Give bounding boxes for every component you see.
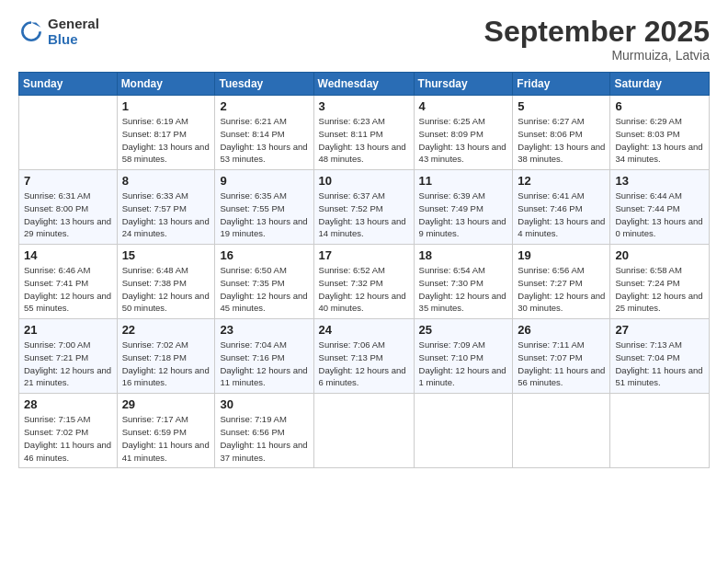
calendar-cell: 5Sunrise: 6:27 AMSunset: 8:06 PMDaylight…	[513, 96, 610, 170]
day-number: 9	[220, 174, 308, 188]
day-info: Sunrise: 7:13 AMSunset: 7:04 PMDaylight:…	[615, 339, 704, 389]
day-number: 28	[24, 397, 112, 411]
day-number: 1	[122, 99, 210, 113]
calendar-week-5: 28Sunrise: 7:15 AMSunset: 7:02 PMDayligh…	[19, 394, 710, 468]
day-number: 6	[615, 99, 704, 113]
header: General Blue September 2025 Murmuiza, La…	[18, 17, 710, 63]
day-number: 13	[615, 174, 704, 188]
day-info: Sunrise: 6:35 AMSunset: 7:55 PMDaylight:…	[220, 190, 308, 240]
day-info: Sunrise: 6:25 AMSunset: 8:09 PMDaylight:…	[419, 115, 508, 166]
day-number: 10	[319, 174, 409, 188]
calendar-cell: 6Sunrise: 6:29 AMSunset: 8:03 PMDaylight…	[610, 96, 710, 170]
day-info: Sunrise: 6:19 AMSunset: 8:17 PMDaylight:…	[122, 115, 210, 166]
day-info: Sunrise: 7:15 AMSunset: 7:02 PMDaylight:…	[24, 413, 112, 464]
calendar-cell	[313, 394, 414, 468]
day-number: 29	[122, 397, 210, 411]
day-number: 12	[518, 174, 605, 188]
day-info: Sunrise: 7:17 AMSunset: 6:59 PMDaylight:…	[122, 413, 210, 464]
calendar-body: 1Sunrise: 6:19 AMSunset: 8:17 PMDaylight…	[19, 96, 710, 468]
calendar-cell: 18Sunrise: 6:54 AMSunset: 7:30 PMDayligh…	[414, 245, 513, 319]
calendar-week-3: 14Sunrise: 6:46 AMSunset: 7:41 PMDayligh…	[19, 245, 710, 319]
calendar-cell	[513, 394, 610, 468]
day-number: 27	[615, 323, 704, 337]
logo-icon	[18, 19, 44, 45]
calendar-cell: 30Sunrise: 7:19 AMSunset: 6:56 PMDayligh…	[215, 394, 313, 468]
day-number: 14	[24, 248, 112, 262]
day-info: Sunrise: 7:19 AMSunset: 6:56 PMDaylight:…	[220, 413, 308, 464]
calendar-table: Sunday Monday Tuesday Wednesday Thursday…	[18, 72, 710, 468]
day-number: 3	[319, 99, 409, 113]
calendar-cell: 28Sunrise: 7:15 AMSunset: 7:02 PMDayligh…	[19, 394, 118, 468]
day-number: 30	[220, 397, 308, 411]
col-sunday: Sunday	[19, 73, 118, 96]
col-friday: Friday	[513, 73, 610, 96]
calendar-cell: 3Sunrise: 6:23 AMSunset: 8:11 PMDaylight…	[313, 96, 414, 170]
col-tuesday: Tuesday	[215, 73, 313, 96]
calendar-cell: 16Sunrise: 6:50 AMSunset: 7:35 PMDayligh…	[215, 245, 313, 319]
day-info: Sunrise: 7:02 AMSunset: 7:18 PMDaylight:…	[122, 339, 210, 389]
day-number: 17	[319, 248, 409, 262]
day-number: 5	[518, 99, 605, 113]
day-number: 25	[419, 323, 508, 337]
calendar-cell: 9Sunrise: 6:35 AMSunset: 7:55 PMDaylight…	[215, 170, 313, 245]
page: General Blue September 2025 Murmuiza, La…	[0, 0, 728, 563]
col-saturday: Saturday	[610, 73, 710, 96]
day-number: 23	[220, 323, 308, 337]
calendar-cell	[610, 394, 710, 468]
calendar-cell: 13Sunrise: 6:44 AMSunset: 7:44 PMDayligh…	[610, 170, 710, 245]
day-info: Sunrise: 6:39 AMSunset: 7:49 PMDaylight:…	[419, 190, 508, 240]
calendar-cell: 20Sunrise: 6:58 AMSunset: 7:24 PMDayligh…	[610, 245, 710, 319]
day-number: 4	[419, 99, 508, 113]
calendar-header: Sunday Monday Tuesday Wednesday Thursday…	[19, 73, 710, 96]
day-info: Sunrise: 6:52 AMSunset: 7:32 PMDaylight:…	[319, 264, 409, 315]
header-row: Sunday Monday Tuesday Wednesday Thursday…	[19, 73, 710, 96]
day-number: 2	[220, 99, 308, 113]
calendar-cell: 2Sunrise: 6:21 AMSunset: 8:14 PMDaylight…	[215, 96, 313, 170]
location-subtitle: Murmuiza, Latvia	[484, 48, 710, 63]
day-info: Sunrise: 6:41 AMSunset: 7:46 PMDaylight:…	[518, 190, 605, 240]
day-info: Sunrise: 6:29 AMSunset: 8:03 PMDaylight:…	[615, 115, 704, 166]
day-info: Sunrise: 6:56 AMSunset: 7:27 PMDaylight:…	[518, 264, 605, 315]
day-info: Sunrise: 6:58 AMSunset: 7:24 PMDaylight:…	[615, 264, 704, 315]
day-number: 15	[122, 248, 210, 262]
calendar-cell: 27Sunrise: 7:13 AMSunset: 7:04 PMDayligh…	[610, 319, 710, 394]
day-number: 8	[122, 174, 210, 188]
day-info: Sunrise: 7:06 AMSunset: 7:13 PMDaylight:…	[319, 339, 409, 389]
day-info: Sunrise: 7:00 AMSunset: 7:21 PMDaylight:…	[24, 339, 112, 389]
calendar-cell: 23Sunrise: 7:04 AMSunset: 7:16 PMDayligh…	[215, 319, 313, 394]
calendar-cell	[414, 394, 513, 468]
day-info: Sunrise: 7:11 AMSunset: 7:07 PMDaylight:…	[518, 339, 605, 389]
calendar-cell: 26Sunrise: 7:11 AMSunset: 7:07 PMDayligh…	[513, 319, 610, 394]
calendar-cell: 22Sunrise: 7:02 AMSunset: 7:18 PMDayligh…	[117, 319, 215, 394]
day-info: Sunrise: 7:09 AMSunset: 7:10 PMDaylight:…	[419, 339, 508, 389]
day-number: 21	[24, 323, 112, 337]
day-info: Sunrise: 6:54 AMSunset: 7:30 PMDaylight:…	[419, 264, 508, 315]
calendar-cell: 19Sunrise: 6:56 AMSunset: 7:27 PMDayligh…	[513, 245, 610, 319]
month-title: September 2025	[484, 17, 710, 46]
day-info: Sunrise: 6:48 AMSunset: 7:38 PMDaylight:…	[122, 264, 210, 315]
day-info: Sunrise: 6:37 AMSunset: 7:52 PMDaylight:…	[319, 190, 409, 240]
logo-text: General Blue	[48, 17, 99, 47]
day-number: 18	[419, 248, 508, 262]
logo: General Blue	[18, 17, 99, 47]
day-info: Sunrise: 6:23 AMSunset: 8:11 PMDaylight:…	[319, 115, 409, 166]
calendar-cell: 10Sunrise: 6:37 AMSunset: 7:52 PMDayligh…	[313, 170, 414, 245]
calendar-cell: 21Sunrise: 7:00 AMSunset: 7:21 PMDayligh…	[19, 319, 118, 394]
title-block: September 2025 Murmuiza, Latvia	[484, 17, 710, 63]
calendar-week-2: 7Sunrise: 6:31 AMSunset: 8:00 PMDaylight…	[19, 170, 710, 245]
calendar-cell: 11Sunrise: 6:39 AMSunset: 7:49 PMDayligh…	[414, 170, 513, 245]
day-info: Sunrise: 6:46 AMSunset: 7:41 PMDaylight:…	[24, 264, 112, 315]
day-number: 7	[24, 174, 112, 188]
calendar-cell: 4Sunrise: 6:25 AMSunset: 8:09 PMDaylight…	[414, 96, 513, 170]
calendar-cell: 8Sunrise: 6:33 AMSunset: 7:57 PMDaylight…	[117, 170, 215, 245]
calendar-cell: 12Sunrise: 6:41 AMSunset: 7:46 PMDayligh…	[513, 170, 610, 245]
calendar-cell: 17Sunrise: 6:52 AMSunset: 7:32 PMDayligh…	[313, 245, 414, 319]
day-number: 11	[419, 174, 508, 188]
day-info: Sunrise: 6:33 AMSunset: 7:57 PMDaylight:…	[122, 190, 210, 240]
day-number: 22	[122, 323, 210, 337]
col-monday: Monday	[117, 73, 215, 96]
calendar-cell: 25Sunrise: 7:09 AMSunset: 7:10 PMDayligh…	[414, 319, 513, 394]
col-wednesday: Wednesday	[313, 73, 414, 96]
calendar-cell: 15Sunrise: 6:48 AMSunset: 7:38 PMDayligh…	[117, 245, 215, 319]
day-info: Sunrise: 6:27 AMSunset: 8:06 PMDaylight:…	[518, 115, 605, 166]
